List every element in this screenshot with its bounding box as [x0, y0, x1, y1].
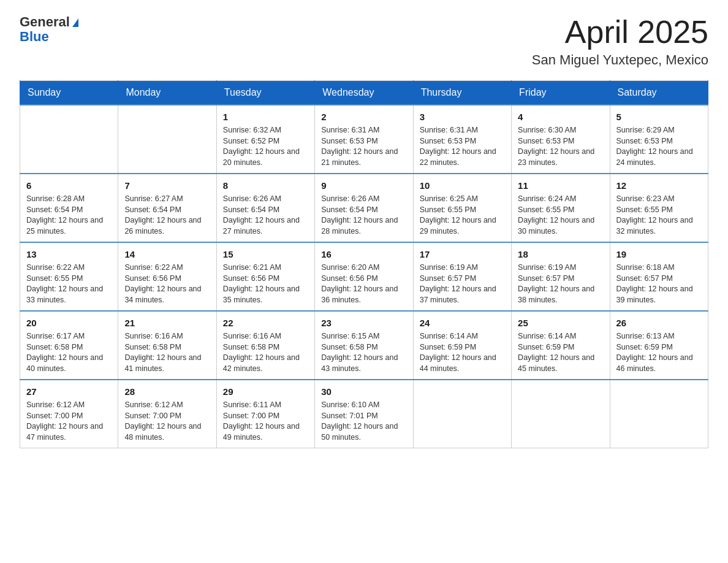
day-info: Sunrise: 6:32 AMSunset: 6:52 PMDaylight:…: [223, 125, 308, 168]
day-number: 3: [420, 110, 505, 123]
calendar-cell: 16Sunrise: 6:20 AMSunset: 6:56 PMDayligh…: [315, 242, 413, 311]
day-number: 14: [124, 248, 210, 261]
calendar-week-row: 27Sunrise: 6:12 AMSunset: 7:00 PMDayligh…: [20, 380, 708, 448]
day-number: 19: [616, 248, 702, 261]
day-number: 7: [124, 179, 210, 192]
calendar-cell: 23Sunrise: 6:15 AMSunset: 6:58 PMDayligh…: [315, 311, 413, 380]
calendar-cell: [20, 105, 118, 174]
day-number: 17: [420, 248, 505, 261]
calendar-cell: 14Sunrise: 6:22 AMSunset: 6:56 PMDayligh…: [118, 242, 216, 311]
day-info: Sunrise: 6:16 AMSunset: 6:58 PMDaylight:…: [124, 331, 210, 374]
calendar-cell: 7Sunrise: 6:27 AMSunset: 6:54 PMDaylight…: [118, 174, 216, 242]
day-number: 1: [223, 110, 308, 123]
day-number: 12: [616, 179, 702, 192]
calendar-cell: 27Sunrise: 6:12 AMSunset: 7:00 PMDayligh…: [20, 380, 118, 448]
day-info: Sunrise: 6:12 AMSunset: 7:00 PMDaylight:…: [26, 400, 112, 443]
day-info: Sunrise: 6:18 AMSunset: 6:57 PMDaylight:…: [616, 262, 702, 305]
logo-general-text: General: [20, 14, 70, 29]
calendar-week-row: 20Sunrise: 6:17 AMSunset: 6:58 PMDayligh…: [20, 311, 708, 380]
calendar-header-row: SundayMondayTuesdayWednesdayThursdayFrid…: [20, 81, 708, 105]
day-info: Sunrise: 6:31 AMSunset: 6:53 PMDaylight:…: [420, 125, 505, 168]
calendar-cell: 12Sunrise: 6:23 AMSunset: 6:55 PMDayligh…: [610, 174, 708, 242]
calendar-week-row: 1Sunrise: 6:32 AMSunset: 6:52 PMDaylight…: [20, 105, 708, 174]
calendar-cell: 8Sunrise: 6:26 AMSunset: 6:54 PMDaylight…: [216, 174, 314, 242]
day-info: Sunrise: 6:22 AMSunset: 6:56 PMDaylight:…: [124, 262, 210, 305]
day-info: Sunrise: 6:19 AMSunset: 6:57 PMDaylight:…: [420, 262, 505, 305]
calendar-cell: 28Sunrise: 6:12 AMSunset: 7:00 PMDayligh…: [118, 380, 216, 448]
day-info: Sunrise: 6:31 AMSunset: 6:53 PMDaylight:…: [321, 125, 406, 168]
day-info: Sunrise: 6:23 AMSunset: 6:55 PMDaylight:…: [616, 194, 702, 237]
day-number: 24: [420, 316, 505, 329]
day-number: 26: [616, 316, 702, 329]
day-number: 29: [223, 385, 308, 398]
day-info: Sunrise: 6:22 AMSunset: 6:55 PMDaylight:…: [26, 262, 112, 305]
calendar-cell: [512, 380, 610, 448]
calendar-cell: 11Sunrise: 6:24 AMSunset: 6:55 PMDayligh…: [512, 174, 610, 242]
calendar-cell: 24Sunrise: 6:14 AMSunset: 6:59 PMDayligh…: [413, 311, 511, 380]
day-number: 22: [223, 316, 308, 329]
day-number: 28: [124, 385, 210, 398]
calendar-cell: 26Sunrise: 6:13 AMSunset: 6:59 PMDayligh…: [610, 311, 708, 380]
location-subtitle: San Miguel Yuxtepec, Mexico: [532, 52, 708, 68]
calendar-cell: 4Sunrise: 6:30 AMSunset: 6:53 PMDaylight…: [512, 105, 610, 174]
calendar-cell: 6Sunrise: 6:28 AMSunset: 6:54 PMDaylight…: [20, 174, 118, 242]
calendar-cell: [413, 380, 511, 448]
day-info: Sunrise: 6:11 AMSunset: 7:00 PMDaylight:…: [223, 400, 308, 443]
day-info: Sunrise: 6:20 AMSunset: 6:56 PMDaylight:…: [321, 262, 406, 305]
calendar-cell: 25Sunrise: 6:14 AMSunset: 6:59 PMDayligh…: [512, 311, 610, 380]
day-number: 4: [518, 110, 603, 123]
day-info: Sunrise: 6:14 AMSunset: 6:59 PMDaylight:…: [518, 331, 603, 374]
day-info: Sunrise: 6:25 AMSunset: 6:55 PMDaylight:…: [420, 194, 505, 237]
calendar-cell: 3Sunrise: 6:31 AMSunset: 6:53 PMDaylight…: [413, 105, 511, 174]
day-info: Sunrise: 6:16 AMSunset: 6:58 PMDaylight:…: [223, 331, 308, 374]
day-number: 8: [223, 179, 308, 192]
weekday-header-friday: Friday: [512, 81, 610, 105]
weekday-header-monday: Monday: [118, 81, 216, 105]
calendar-cell: 20Sunrise: 6:17 AMSunset: 6:58 PMDayligh…: [20, 311, 118, 380]
calendar-cell: 30Sunrise: 6:10 AMSunset: 7:01 PMDayligh…: [315, 380, 413, 448]
calendar-cell: 21Sunrise: 6:16 AMSunset: 6:58 PMDayligh…: [118, 311, 216, 380]
day-number: 30: [321, 385, 406, 398]
day-info: Sunrise: 6:21 AMSunset: 6:56 PMDaylight:…: [223, 262, 308, 305]
day-info: Sunrise: 6:26 AMSunset: 6:54 PMDaylight:…: [223, 194, 308, 237]
calendar-week-row: 13Sunrise: 6:22 AMSunset: 6:55 PMDayligh…: [20, 242, 708, 311]
page-header: General Blue April 2025 San Miguel Yuxte…: [20, 15, 708, 68]
day-info: Sunrise: 6:17 AMSunset: 6:58 PMDaylight:…: [26, 331, 112, 374]
logo-triangle-icon: [72, 18, 78, 27]
weekday-header-wednesday: Wednesday: [315, 81, 413, 105]
calendar-cell: 5Sunrise: 6:29 AMSunset: 6:53 PMDaylight…: [610, 105, 708, 174]
day-number: 21: [124, 316, 210, 329]
day-info: Sunrise: 6:26 AMSunset: 6:54 PMDaylight:…: [321, 194, 406, 237]
day-number: 6: [26, 179, 112, 192]
day-number: 11: [518, 179, 603, 192]
calendar-cell: 22Sunrise: 6:16 AMSunset: 6:58 PMDayligh…: [216, 311, 314, 380]
day-number: 5: [616, 110, 702, 123]
month-title: April 2025: [532, 15, 708, 50]
calendar-cell: [610, 380, 708, 448]
calendar-cell: 9Sunrise: 6:26 AMSunset: 6:54 PMDaylight…: [315, 174, 413, 242]
calendar-cell: 15Sunrise: 6:21 AMSunset: 6:56 PMDayligh…: [216, 242, 314, 311]
calendar-cell: 2Sunrise: 6:31 AMSunset: 6:53 PMDaylight…: [315, 105, 413, 174]
logo: General Blue: [20, 15, 78, 44]
day-info: Sunrise: 6:30 AMSunset: 6:53 PMDaylight:…: [518, 125, 603, 168]
day-info: Sunrise: 6:19 AMSunset: 6:57 PMDaylight:…: [518, 262, 603, 305]
day-info: Sunrise: 6:29 AMSunset: 6:53 PMDaylight:…: [616, 125, 702, 168]
calendar-cell: [118, 105, 216, 174]
day-number: 16: [321, 248, 406, 261]
calendar-cell: 1Sunrise: 6:32 AMSunset: 6:52 PMDaylight…: [216, 105, 314, 174]
weekday-header-saturday: Saturday: [610, 81, 708, 105]
calendar-cell: 18Sunrise: 6:19 AMSunset: 6:57 PMDayligh…: [512, 242, 610, 311]
day-number: 15: [223, 248, 308, 261]
calendar-cell: 17Sunrise: 6:19 AMSunset: 6:57 PMDayligh…: [413, 242, 511, 311]
calendar-week-row: 6Sunrise: 6:28 AMSunset: 6:54 PMDaylight…: [20, 174, 708, 242]
day-number: 23: [321, 316, 406, 329]
weekday-header-sunday: Sunday: [20, 81, 118, 105]
day-info: Sunrise: 6:10 AMSunset: 7:01 PMDaylight:…: [321, 400, 406, 443]
title-area: April 2025 San Miguel Yuxtepec, Mexico: [532, 15, 708, 68]
day-number: 27: [26, 385, 112, 398]
calendar-cell: 13Sunrise: 6:22 AMSunset: 6:55 PMDayligh…: [20, 242, 118, 311]
day-number: 18: [518, 248, 603, 261]
day-info: Sunrise: 6:12 AMSunset: 7:00 PMDaylight:…: [124, 400, 210, 443]
weekday-header-tuesday: Tuesday: [216, 81, 314, 105]
weekday-header-thursday: Thursday: [413, 81, 511, 105]
